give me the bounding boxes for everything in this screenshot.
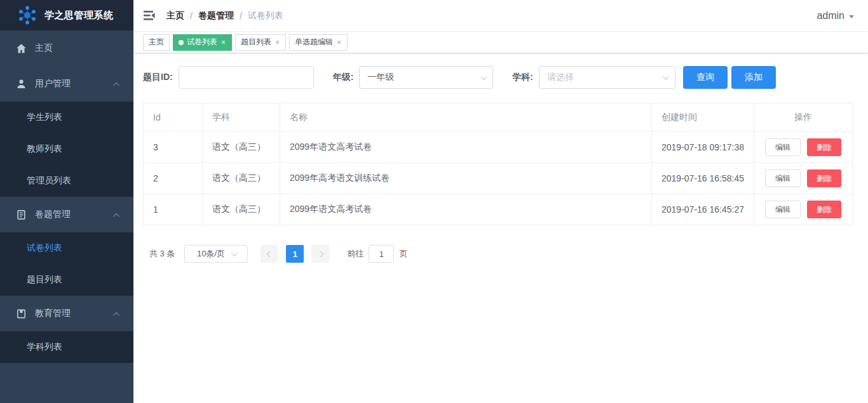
add-button[interactable]: 添加: [731, 66, 776, 89]
tag-question-list[interactable]: 题目列表 ×: [235, 34, 286, 51]
home-icon: [16, 43, 27, 54]
tag-home[interactable]: 主页: [143, 34, 170, 51]
column-header-id: Id: [144, 103, 203, 132]
subject-select-placeholder: 请选择: [547, 72, 574, 83]
close-icon[interactable]: ×: [220, 39, 226, 46]
pagination: 共 3 条 10条/页 1 前往 页: [143, 245, 852, 263]
paper-icon: [16, 209, 27, 220]
tag-single-choice-edit[interactable]: 单选题编辑 ×: [289, 34, 348, 51]
column-header-name: 名称: [280, 103, 652, 132]
close-icon[interactable]: ×: [336, 39, 342, 46]
edit-button[interactable]: 编辑: [765, 169, 801, 187]
cell-id: 2: [144, 163, 203, 194]
question-id-label: 题目ID:: [143, 72, 173, 83]
caret-down-icon: [849, 15, 854, 18]
chevron-up-icon: [115, 79, 119, 89]
grade-select-value: 一年级: [367, 72, 394, 83]
next-page-button[interactable]: [311, 245, 329, 263]
submenu-education-management: 学科列表: [0, 331, 133, 363]
table-header-row: Id 学科 名称 创建时间 操作: [144, 103, 853, 132]
logo-icon: [17, 5, 37, 25]
sidebar: 学之思管理系统 主页 用户管理 学生列表 教师列表 管理员列表 卷题管理: [0, 0, 133, 403]
app-window: 学之思管理系统 主页 用户管理 学生列表 教师列表 管理员列表 卷题管理: [0, 0, 868, 403]
breadcrumb-current: 试卷列表: [248, 10, 283, 22]
breadcrumb-separator: /: [190, 11, 193, 21]
education-icon: [16, 308, 27, 319]
submenu-exam-management: 试卷列表 题目列表: [0, 232, 133, 296]
app-title: 学之思管理系统: [44, 10, 114, 22]
question-id-input[interactable]: [179, 66, 314, 89]
delete-button[interactable]: 删除: [807, 201, 841, 218]
active-dot-icon: [179, 40, 184, 45]
sidebar-item-teacher-list[interactable]: 教师列表: [0, 133, 133, 165]
cell-name: 2099年高考语文训练试卷: [280, 163, 652, 194]
grade-label: 年级:: [333, 72, 354, 83]
navbar: 主页 / 卷题管理 / 试卷列表 admin: [133, 0, 868, 32]
column-header-subject: 学科: [203, 103, 280, 132]
subject-label: 学科:: [512, 72, 533, 83]
cell-name: 2099年语文高考试卷: [280, 194, 652, 225]
goto-label: 前往: [347, 248, 363, 260]
chevron-down-icon: [480, 74, 487, 80]
page-content: 题目ID: 年级: 一年级 学科: 请选择 查询 添加: [133, 53, 868, 263]
sidebar-item-student-list[interactable]: 学生列表: [0, 102, 133, 133]
tag-paper-list[interactable]: 试卷列表 ×: [173, 34, 232, 51]
breadcrumb-separator: /: [240, 11, 242, 21]
column-header-operations: 操作: [754, 103, 853, 132]
delete-button[interactable]: 删除: [807, 138, 841, 156]
submenu-user-management: 学生列表 教师列表 管理员列表: [0, 102, 133, 197]
hamburger-icon[interactable]: [143, 10, 156, 21]
sidebar-item-user-management[interactable]: 用户管理: [0, 66, 133, 102]
edit-button[interactable]: 编辑: [765, 201, 801, 218]
user-dropdown[interactable]: admin: [817, 10, 854, 22]
cell-created: 2019-07-18 09:17:38: [652, 132, 754, 163]
page-unit-label: 页: [399, 248, 407, 260]
sidebar-item-admin-list[interactable]: 管理员列表: [0, 165, 133, 197]
username: admin: [817, 10, 844, 22]
cell-subject: 语文（高三）: [203, 163, 280, 194]
chevron-left-icon: [267, 251, 273, 257]
delete-button[interactable]: 删除: [807, 169, 841, 187]
table-row: 1 语文（高三） 2099年语文高考试卷 2019-07-16 16:45:27…: [144, 194, 853, 225]
subject-select[interactable]: 请选择: [539, 66, 675, 89]
user-icon: [16, 79, 27, 89]
tags-bar: 主页 试卷列表 × 题目列表 × 单选题编辑 ×: [133, 32, 868, 53]
total-count: 共 3 条: [149, 248, 175, 260]
page-size-value: 10条/页: [197, 248, 225, 260]
cell-created: 2019-07-16 16:45:27: [652, 194, 754, 225]
chevron-down-icon: [663, 74, 669, 80]
breadcrumb: 主页 / 卷题管理 / 试卷列表: [166, 10, 283, 22]
search-button[interactable]: 查询: [683, 66, 728, 89]
table-row: 2 语文（高三） 2099年高考语文训练试卷 2019-07-16 16:58:…: [144, 163, 853, 194]
breadcrumb-exam-management[interactable]: 卷题管理: [198, 10, 234, 22]
page-size-select[interactable]: 10条/页: [184, 245, 248, 263]
cell-subject: 语文（高三）: [203, 132, 280, 163]
sidebar-item-label: 卷题管理: [35, 209, 71, 220]
sidebar-item-education-management[interactable]: 教育管理: [0, 296, 133, 331]
chevron-right-icon: [318, 251, 324, 257]
sidebar-item-exam-management[interactable]: 卷题管理: [0, 197, 133, 232]
breadcrumb-home[interactable]: 主页: [166, 10, 184, 22]
paper-table: Id 学科 名称 创建时间 操作 3 语文（高三） 2099年语文高考试卷 20…: [143, 103, 853, 225]
goto-page-input[interactable]: [369, 245, 394, 263]
app-logo: 学之思管理系统: [0, 0, 133, 30]
close-icon[interactable]: ×: [275, 39, 280, 46]
table-row: 3 语文（高三） 2099年语文高考试卷 2019-07-18 09:17:38…: [144, 132, 853, 163]
cell-subject: 语文（高三）: [203, 194, 280, 225]
prev-page-button[interactable]: [261, 245, 278, 263]
sidebar-item-home[interactable]: 主页: [0, 30, 133, 66]
grade-select[interactable]: 一年级: [359, 66, 493, 89]
sidebar-item-question-list[interactable]: 题目列表: [0, 264, 133, 296]
sidebar-item-label: 用户管理: [35, 78, 71, 89]
edit-button[interactable]: 编辑: [765, 138, 801, 156]
cell-created: 2019-07-16 16:58:45: [652, 163, 754, 194]
chevron-up-icon: [115, 209, 119, 220]
cell-id: 1: [144, 194, 203, 225]
sidebar-item-subject-list[interactable]: 学科列表: [0, 331, 133, 363]
sidebar-item-label: 主页: [35, 43, 53, 54]
page-number-button[interactable]: 1: [286, 245, 304, 263]
sidebar-item-label: 教育管理: [35, 308, 71, 319]
cell-id: 3: [144, 132, 203, 163]
sidebar-item-paper-list[interactable]: 试卷列表: [0, 232, 133, 264]
column-header-created: 创建时间: [652, 103, 754, 132]
